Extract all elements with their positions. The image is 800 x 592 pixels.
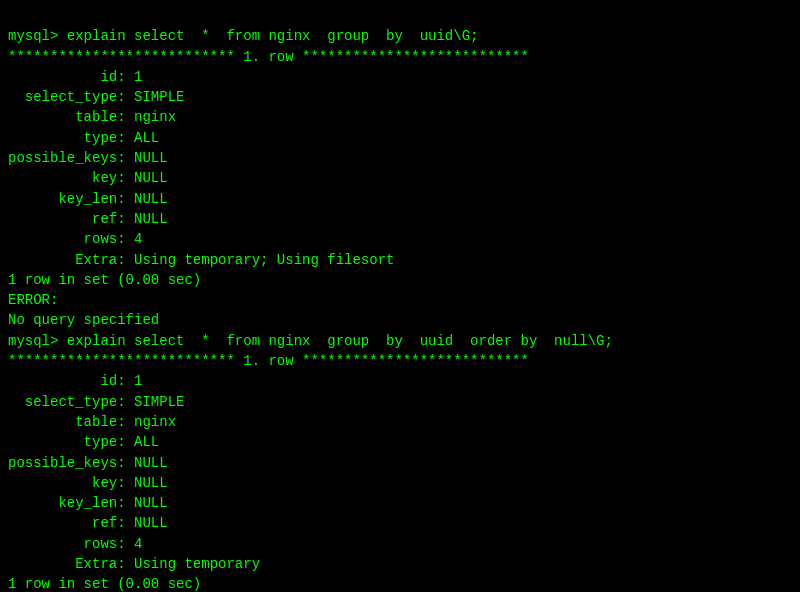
terminal-line: select_type: SIMPLE bbox=[8, 392, 792, 412]
terminal-line: 1 row in set (0.00 sec) bbox=[8, 270, 792, 290]
terminal-line: id: 1 bbox=[8, 371, 792, 391]
terminal-output: mysql> explain select * from nginx group… bbox=[8, 6, 792, 586]
terminal-line: key: NULL bbox=[8, 473, 792, 493]
terminal-line: key: NULL bbox=[8, 168, 792, 188]
terminal-line: rows: 4 bbox=[8, 229, 792, 249]
terminal-line: type: ALL bbox=[8, 432, 792, 452]
terminal-line: table: nginx bbox=[8, 412, 792, 432]
terminal-line: type: ALL bbox=[8, 128, 792, 148]
terminal-line: Extra: Using temporary bbox=[8, 554, 792, 574]
terminal-line: select_type: SIMPLE bbox=[8, 87, 792, 107]
terminal-line: possible_keys: NULL bbox=[8, 453, 792, 473]
terminal-line: *************************** 1. row *****… bbox=[8, 47, 792, 67]
terminal-line: rows: 4 bbox=[8, 534, 792, 554]
terminal-line: mysql> explain select * from nginx group… bbox=[8, 331, 792, 351]
terminal-line: ref: NULL bbox=[8, 209, 792, 229]
terminal-line: mysql> explain select * from nginx group… bbox=[8, 26, 792, 46]
terminal-line: possible_keys: NULL bbox=[8, 148, 792, 168]
terminal-line: key_len: NULL bbox=[8, 493, 792, 513]
terminal-line: Extra: Using temporary; Using filesort bbox=[8, 250, 792, 270]
terminal-line: No query specified bbox=[8, 310, 792, 330]
terminal-line: key_len: NULL bbox=[8, 189, 792, 209]
terminal-line: ref: NULL bbox=[8, 513, 792, 533]
terminal-line: id: 1 bbox=[8, 67, 792, 87]
terminal-line: *************************** 1. row *****… bbox=[8, 351, 792, 371]
terminal-line: ERROR: bbox=[8, 290, 792, 310]
terminal-line: table: nginx bbox=[8, 107, 792, 127]
terminal-line: 1 row in set (0.00 sec) bbox=[8, 574, 792, 592]
